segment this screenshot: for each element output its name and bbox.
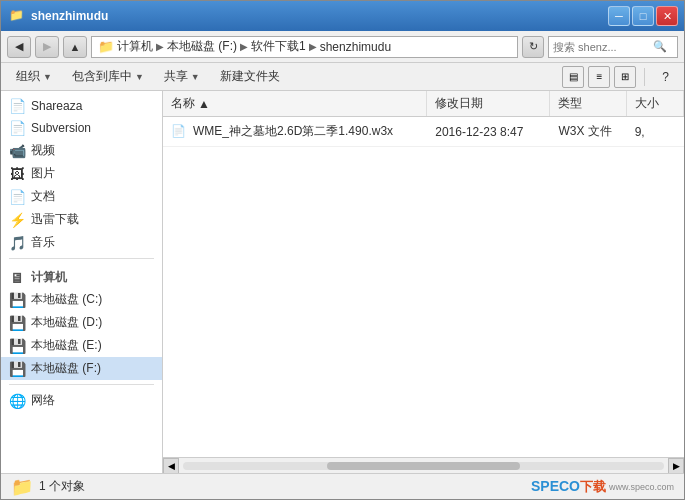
toolbar-separator	[644, 68, 645, 86]
address-bar: ◀ ▶ ▲ 📁 计算机 ▶ 本地磁盘 (F:) ▶ 软件下载1 ▶ shenzh…	[1, 31, 684, 63]
path-part-0: 计算机	[117, 38, 153, 55]
toolbar-right: ▤ ≡ ⊞ ?	[562, 66, 678, 88]
path-sep-2: ▶	[309, 41, 317, 52]
toolbar: 组织 ▼ 包含到库中 ▼ 共享 ▼ 新建文件夹 ▤ ≡ ⊞ ?	[1, 63, 684, 91]
file-row[interactable]: 📄 WME_神之墓地2.6D第二季1.490.w3x 2016-12-23 8:…	[163, 117, 684, 147]
file-list-header: 名称 ▲ 修改日期 类型 大小	[163, 91, 684, 117]
hscroll-thumb	[327, 462, 519, 470]
file-list-container: 名称 ▲ 修改日期 类型 大小 📄 WME_神之墓地2.6D	[163, 91, 684, 473]
view-button-1[interactable]: ▤	[562, 66, 584, 88]
file-icon: 📄	[171, 124, 187, 140]
drive-f-icon: 💾	[9, 361, 25, 377]
speco-download: 下载	[580, 479, 606, 494]
status-right: SPECO下载 www.speco.com	[531, 478, 674, 496]
speco-url: www.speco.com	[609, 482, 674, 492]
document-label: 文档	[31, 188, 55, 205]
search-input[interactable]	[553, 41, 653, 53]
sidebar-section-computer: 🖥 计算机	[1, 263, 162, 288]
include-chevron: ▼	[135, 72, 144, 82]
file-name-cell: 📄 WME_神之墓地2.6D第二季1.490.w3x	[163, 123, 427, 140]
back-button[interactable]: ◀	[7, 36, 31, 58]
sidebar-item-network[interactable]: 🌐 网络	[1, 389, 162, 412]
col-name-label: 名称	[171, 95, 195, 112]
hscroll-right-btn[interactable]: ▶	[668, 458, 684, 474]
status-folder-icon: 📁	[11, 476, 33, 498]
path-sep-1: ▶	[240, 41, 248, 52]
hscroll-track[interactable]	[183, 462, 664, 470]
sidebar-item-drive-e[interactable]: 💾 本地磁盘 (E:)	[1, 334, 162, 357]
include-label: 包含到库中	[72, 68, 132, 85]
refresh-button[interactable]: ↻	[522, 36, 544, 58]
window-icon: 📁	[9, 8, 25, 24]
drive-e-icon: 💾	[9, 338, 25, 354]
search-box[interactable]: 🔍	[548, 36, 678, 58]
horizontal-scrollbar[interactable]: ◀ ▶	[163, 457, 684, 473]
col-type-label: 类型	[558, 95, 582, 112]
music-label: 音乐	[31, 234, 55, 251]
view-button-2[interactable]: ≡	[588, 66, 610, 88]
path-part-2: 软件下载1	[251, 38, 306, 55]
status-left: 📁 1 个对象	[11, 476, 85, 498]
share-label: 共享	[164, 68, 188, 85]
sidebar: 📄 Shareaza 📄 Subversion 📹 视频 🖼 图片 📄 文档 ⚡	[1, 91, 163, 473]
sidebar-item-photo[interactable]: 🖼 图片	[1, 162, 162, 185]
drive-d-icon: 💾	[9, 315, 25, 331]
address-path[interactable]: 📁 计算机 ▶ 本地磁盘 (F:) ▶ 软件下载1 ▶ shenzhimudu	[91, 36, 518, 58]
col-date-label: 修改日期	[435, 95, 483, 112]
include-button[interactable]: 包含到库中 ▼	[63, 65, 153, 88]
path-part-1: 本地磁盘 (F:)	[167, 38, 237, 55]
organize-button[interactable]: 组织 ▼	[7, 65, 61, 88]
speco-brand: SPECO	[531, 478, 580, 494]
col-header-name[interactable]: 名称 ▲	[163, 91, 427, 116]
sidebar-item-drive-d[interactable]: 💾 本地磁盘 (D:)	[1, 311, 162, 334]
status-count: 1 个对象	[39, 478, 85, 495]
file-type: W3X 文件	[550, 121, 626, 142]
explorer-window: 📁 shenzhimudu ─ □ ✕ ◀ ▶ ▲ 📁 计算机 ▶ 本地磁盘 (…	[0, 0, 685, 500]
shareaza-icon: 📄	[9, 98, 25, 114]
drive-c-label: 本地磁盘 (C:)	[31, 291, 102, 308]
sidebar-item-subversion[interactable]: 📄 Subversion	[1, 117, 162, 139]
forward-button[interactable]: ▶	[35, 36, 59, 58]
drive-e-label: 本地磁盘 (E:)	[31, 337, 102, 354]
share-button[interactable]: 共享 ▼	[155, 65, 209, 88]
new-folder-button[interactable]: 新建文件夹	[211, 65, 289, 88]
sidebar-item-shareaza[interactable]: 📄 Shareaza	[1, 95, 162, 117]
file-date: 2016-12-23 8:47	[427, 123, 550, 141]
file-list: 📄 WME_神之墓地2.6D第二季1.490.w3x 2016-12-23 8:…	[163, 117, 684, 457]
sidebar-item-video[interactable]: 📹 视频	[1, 139, 162, 162]
col-name-sort: ▲	[198, 97, 210, 111]
sidebar-item-music[interactable]: 🎵 音乐	[1, 231, 162, 254]
photo-icon: 🖼	[9, 166, 25, 182]
network-label: 网络	[31, 392, 55, 409]
sidebar-item-thunder[interactable]: ⚡ 迅雷下载	[1, 208, 162, 231]
path-icon: 📁	[98, 39, 114, 55]
up-button[interactable]: ▲	[63, 36, 87, 58]
sidebar-item-drive-f[interactable]: 💾 本地磁盘 (F:)	[1, 357, 162, 380]
close-button[interactable]: ✕	[656, 6, 678, 26]
file-size: 9,	[627, 123, 684, 141]
music-icon: 🎵	[9, 235, 25, 251]
view-button-3[interactable]: ⊞	[614, 66, 636, 88]
thunder-label: 迅雷下载	[31, 211, 79, 228]
computer-label: 计算机	[31, 269, 67, 286]
maximize-button[interactable]: □	[632, 6, 654, 26]
organize-chevron: ▼	[43, 72, 52, 82]
sidebar-item-document[interactable]: 📄 文档	[1, 185, 162, 208]
status-bar: 📁 1 个对象 SPECO下载 www.speco.com	[1, 473, 684, 499]
organize-label: 组织	[16, 68, 40, 85]
main-content: 📄 Shareaza 📄 Subversion 📹 视频 🖼 图片 📄 文档 ⚡	[1, 91, 684, 473]
help-button[interactable]: ?	[653, 67, 678, 87]
path-sep-0: ▶	[156, 41, 164, 52]
file-name: WME_神之墓地2.6D第二季1.490.w3x	[193, 123, 393, 140]
col-header-date[interactable]: 修改日期	[427, 91, 550, 116]
title-bar-left: 📁 shenzhimudu	[9, 8, 108, 24]
drive-d-label: 本地磁盘 (D:)	[31, 314, 102, 331]
computer-icon: 🖥	[9, 270, 25, 286]
new-folder-label: 新建文件夹	[220, 68, 280, 85]
col-header-size[interactable]: 大小	[627, 91, 684, 116]
hscroll-left-btn[interactable]: ◀	[163, 458, 179, 474]
sidebar-item-drive-c[interactable]: 💾 本地磁盘 (C:)	[1, 288, 162, 311]
col-header-type[interactable]: 类型	[550, 91, 626, 116]
video-icon: 📹	[9, 143, 25, 159]
minimize-button[interactable]: ─	[608, 6, 630, 26]
